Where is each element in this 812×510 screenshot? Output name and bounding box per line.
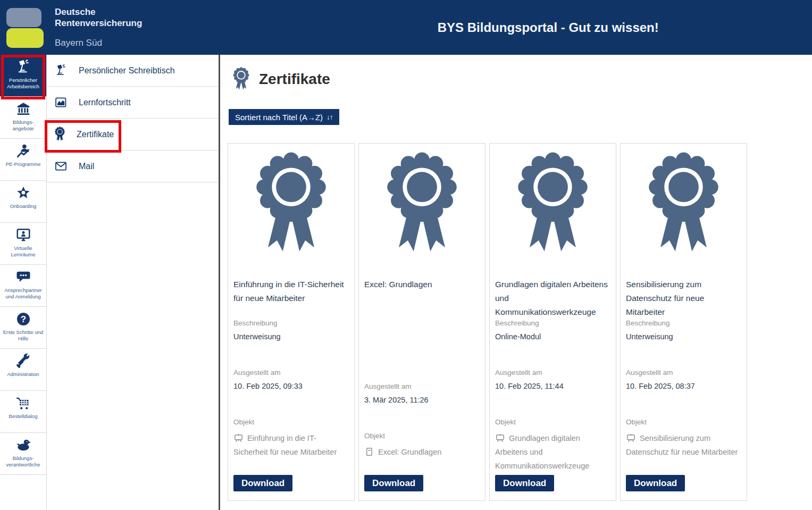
object-label: Objekt — [233, 418, 349, 426]
rail-item-pe-programme[interactable]: PE-Programme — [0, 139, 46, 181]
brand-block: Deutsche Rentenversicherung Bayern Süd — [55, 6, 142, 48]
tools-icon — [15, 353, 31, 369]
description-value: Unterweisung — [233, 332, 349, 341]
drv-logo — [6, 8, 44, 48]
issued-value: 10. Feb 2025, 08:37 — [626, 382, 741, 390]
rail-item-label: Virtuelle Lernräume — [11, 245, 36, 257]
rail-item-label: Ansprechpartner und Anmeldung — [4, 287, 41, 299]
rail-item-persoenlicher-arbeitsbereich[interactable]: Persönlicher Arbeitsbereich — [0, 55, 46, 97]
rail-item-administration[interactable]: Administration — [0, 349, 46, 391]
download-button[interactable]: Download — [233, 475, 292, 491]
rail-item-bildungsangebote[interactable]: Bildungs- angebote — [0, 97, 46, 139]
envelope-icon — [54, 160, 68, 173]
object-value: Excel: Grundlagen — [364, 445, 480, 459]
certificate-description-section — [364, 312, 480, 361]
certificate-ribbon-icon — [364, 144, 480, 266]
certificate-ribbon-icon — [495, 144, 610, 266]
hands-star-icon — [15, 185, 31, 201]
submenu-item-label: Lernfortschritt — [79, 98, 131, 107]
sort-button[interactable]: Sortiert nach Titel (A→Z) ↓↑ — [229, 109, 339, 125]
rail-item-label: Erste Schritte und Hilfe — [3, 329, 44, 341]
certificate-title: Einführung in die IT-Sicherheit für neue… — [233, 266, 349, 312]
rail-item-erste-schritte-hilfe[interactable]: ? Erste Schritte und Hilfe — [0, 307, 46, 349]
main-content: Zertifikate Sortiert nach Titel (A→Z) ↓↑… — [220, 55, 812, 510]
certificate-card: Einführung in die IT-Sicherheit für neue… — [228, 143, 355, 501]
duck-icon — [15, 437, 31, 453]
desk-lamp-icon — [54, 64, 68, 77]
award-ribbon-icon — [54, 127, 65, 142]
issued-label: Ausgestellt am — [364, 382, 480, 390]
rail-item-virtuelle-lernraeume[interactable]: Virtuelle Lernräume — [0, 223, 46, 265]
object-value: Grundlagen digitalen Arbeitens und Kommu… — [495, 431, 610, 473]
shopping-cart-icon — [15, 395, 31, 411]
object-name: Grundlagen digitalen Arbeitens und Kommu… — [495, 434, 589, 470]
submenu-item-label: Persönlicher Schreibtisch — [79, 66, 175, 76]
rail-item-onboarding[interactable]: Onboarding — [0, 181, 46, 223]
rail-item-label: Bildungs- verantwortliche — [6, 455, 40, 467]
description-value: Online-Modul — [495, 332, 610, 341]
submenu-item-lernfortschritt[interactable]: Lernfortschritt — [47, 87, 219, 119]
submenu-item-label: Mail — [79, 162, 94, 171]
brand-name: Deutsche Rentenversicherung — [55, 6, 142, 29]
object-name: Sensibilisierung zum Datenschutz für neu… — [626, 434, 738, 456]
desk-lamp-icon — [15, 59, 31, 75]
award-ribbon-icon — [232, 67, 250, 91]
description-label: Beschreibung — [233, 319, 349, 327]
certificate-object-section: Objekt Sensibilisierung zum Datenschutz … — [626, 411, 741, 475]
object-label: Objekt — [495, 418, 610, 426]
certificate-ribbon-icon — [626, 144, 741, 266]
certificate-issued-section: Ausgestellt am 10. Feb 2025, 09:33 — [233, 361, 349, 411]
bank-icon — [15, 101, 31, 117]
certificate-ribbon-icon — [233, 144, 349, 266]
download-button[interactable]: Download — [495, 475, 554, 491]
submenu-item-mail[interactable]: Mail — [47, 151, 219, 182]
certificate-card: Excel: Grundlagen Ausgestellt am 3. Mär … — [358, 143, 485, 501]
description-value: Unterweisung — [626, 332, 741, 341]
sort-button-label: Sortiert nach Titel (A→Z) — [235, 113, 323, 122]
download-button[interactable]: Download — [364, 475, 423, 491]
sort-arrows-icon: ↓↑ — [327, 113, 333, 121]
issued-value: 3. Mär 2025, 11:26 — [364, 396, 480, 404]
certificate-card: Sensibilisierung zum Datenschutz für neu… — [620, 143, 747, 501]
issued-value: 10. Feb 2025, 11:44 — [495, 382, 610, 390]
rail-item-label: PE-Programme — [6, 161, 40, 168]
rail-item-bestelldialog[interactable]: Bestelldialog — [0, 391, 46, 433]
chat-bubble-icon — [15, 269, 31, 285]
certificate-object-section: Objekt Einführung in die IT-Sicherheit f… — [233, 411, 349, 475]
certificate-card-grid: Einführung in die IT-Sicherheit für neue… — [228, 143, 812, 501]
brand-region: Bayern Süd — [55, 38, 142, 48]
rail-item-label: Onboarding — [10, 203, 37, 210]
presentation-screen-icon — [495, 433, 505, 443]
object-label: Objekt — [626, 418, 741, 426]
rail-item-label: Bestelldialog — [9, 413, 38, 420]
description-label: Beschreibung — [626, 319, 741, 327]
download-button[interactable]: Download — [626, 475, 685, 491]
rail-item-label: Administration — [7, 371, 39, 378]
certificate-object-section: Objekt Excel: Grundlagen — [364, 411, 480, 475]
page-head: Zertifikate — [232, 67, 812, 91]
object-name: Excel: Grundlagen — [378, 448, 441, 456]
certificate-card: Grundlagen digitalen Arbeitens und Kommu… — [489, 143, 616, 501]
submenu: Persönlicher Schreibtisch Lernfortschrit… — [47, 55, 219, 510]
portal-title: BYS Bildungsportal - Gut zu wissen! — [438, 20, 659, 35]
certificate-title: Grundlagen digitalen Arbeitens und Kommu… — [495, 266, 610, 312]
issued-label: Ausgestellt am — [495, 369, 610, 377]
object-value: Sensibilisierung zum Datenschutz für neu… — [626, 431, 741, 459]
submenu-item-label: Zertifikate — [77, 130, 114, 139]
submenu-item-persoenlicher-schreibtisch[interactable]: Persönlicher Schreibtisch — [47, 55, 219, 87]
certificate-title: Sensibilisierung zum Datenschutz für neu… — [626, 266, 741, 312]
submenu-item-zertifikate[interactable]: Zertifikate — [47, 119, 219, 151]
question-circle-icon: ? — [15, 311, 31, 327]
certificate-issued-section: Ausgestellt am 3. Mär 2025, 11:26 — [364, 361, 480, 411]
certificate-description-section: Beschreibung Unterweisung — [233, 312, 349, 361]
rail-item-label: Persönlicher Arbeitsbereich — [7, 77, 39, 89]
app-window: Deutsche Rentenversicherung Bayern Süd B… — [0, 0, 812, 510]
app-header: Deutsche Rentenversicherung Bayern Süd B… — [0, 0, 812, 55]
rail-item-ansprechpartner[interactable]: Ansprechpartner und Anmeldung — [0, 265, 46, 307]
description-label: Beschreibung — [495, 319, 610, 327]
object-label: Objekt — [364, 432, 480, 440]
issued-label: Ausgestellt am — [626, 369, 741, 377]
area-chart-icon — [54, 96, 68, 109]
rail-item-bildungsverantwortliche[interactable]: Bildungs- verantwortliche — [0, 433, 46, 475]
person-growth-icon — [15, 143, 31, 159]
